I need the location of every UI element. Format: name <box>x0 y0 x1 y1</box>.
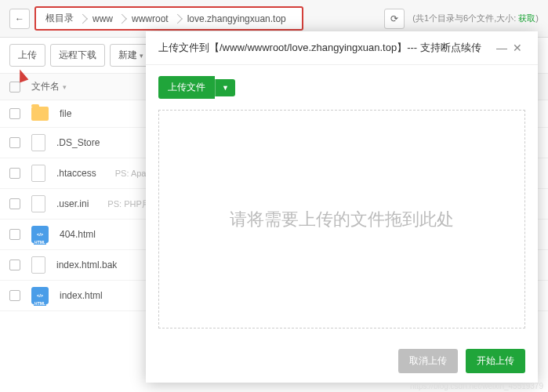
upload-dropdown-icon[interactable]: ▼ <box>215 79 235 96</box>
watermark: https://blog.csdn.net/weixin_45519379 <box>410 382 543 390</box>
html-icon <box>31 226 49 243</box>
file-icon <box>31 256 45 274</box>
row-checkbox[interactable] <box>9 229 20 240</box>
refresh-button[interactable]: ⟳ <box>384 9 405 29</box>
choose-file-button[interactable]: 上传文件 <box>158 76 215 99</box>
status-text: (共1个目录与6个文件,大小: 获取) <box>412 13 539 24</box>
back-button[interactable]: ← <box>9 9 30 29</box>
row-checkbox[interactable] <box>9 198 20 209</box>
row-checkbox[interactable] <box>9 260 20 270</box>
cancel-upload-button[interactable]: 取消上传 <box>398 349 458 373</box>
crumb-www[interactable]: www <box>86 11 125 27</box>
close-icon[interactable]: ✕ <box>510 42 525 54</box>
html-icon <box>31 287 49 304</box>
dropzone[interactable]: 请将需要上传的文件拖到此处 <box>158 110 525 328</box>
start-upload-button[interactable]: 开始上传 <box>466 349 525 373</box>
crumb-root[interactable]: 根目录 <box>39 9 86 27</box>
row-checkbox[interactable] <box>9 137 20 148</box>
upload-modal: 上传文件到【/www/wwwroot/love.zhangyingxuan.to… <box>146 31 538 383</box>
select-all-checkbox[interactable] <box>9 82 20 93</box>
crumb-wwwroot[interactable]: wwwroot <box>125 11 181 27</box>
minimize-icon[interactable]: — <box>494 42 510 54</box>
row-checkbox[interactable] <box>9 290 20 301</box>
file-icon <box>31 134 45 151</box>
folder-icon <box>31 107 49 121</box>
file-icon <box>31 195 45 212</box>
row-checkbox[interactable] <box>9 168 20 179</box>
modal-title: 上传文件到【/www/wwwroot/love.zhangyingxuan.to… <box>158 41 494 55</box>
crumb-current[interactable]: love.zhangyingxuan.top <box>181 11 299 27</box>
file-icon <box>31 165 45 182</box>
row-checkbox[interactable] <box>9 108 20 119</box>
breadcrumb: 根目录 www wwwroot love.zhangyingxuan.top <box>34 6 303 31</box>
remote-download-button[interactable]: 远程下载 <box>50 44 105 67</box>
upload-button[interactable]: 上传 <box>9 44 45 67</box>
get-size-link[interactable]: 获取 <box>518 13 535 23</box>
